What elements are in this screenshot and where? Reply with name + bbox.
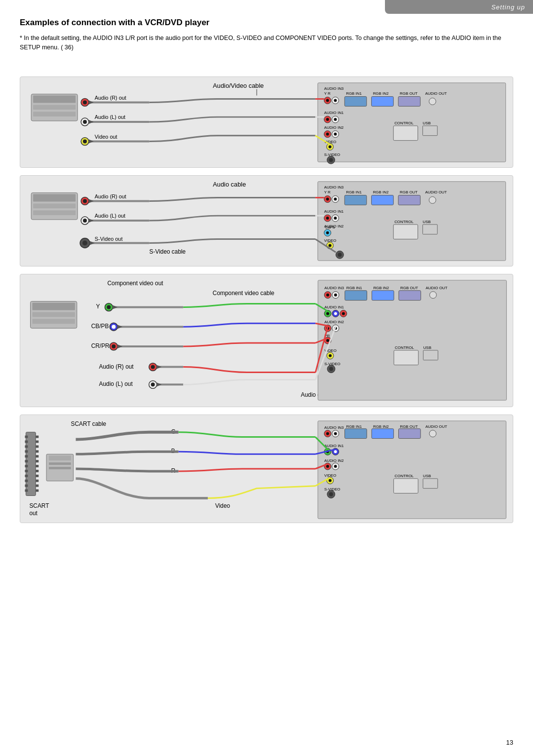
- header-bar: Setting up: [385, 0, 533, 14]
- svg-text:RGB IN1: RGB IN1: [346, 190, 362, 194]
- svg-rect-218: [36, 475, 38, 477]
- svg-point-99: [334, 217, 337, 220]
- svg-text:AUDIO IN1: AUDIO IN1: [324, 111, 344, 115]
- svg-point-182: [329, 367, 333, 371]
- svg-text:AUDIO IN2: AUDIO IN2: [324, 458, 344, 463]
- svg-text:RGB OUT: RGB OUT: [400, 424, 418, 429]
- svg-rect-236: [372, 429, 394, 439]
- diagram-3: Component video out Component video cabl…: [20, 274, 513, 407]
- svg-text:S-Video cable: S-Video cable: [150, 248, 186, 255]
- svg-rect-91: [398, 195, 420, 205]
- svg-text:AUDIO OUT: AUDIO OUT: [425, 91, 447, 96]
- page-number: 13: [506, 739, 513, 746]
- svg-text:RGB OUT: RGB OUT: [400, 91, 418, 96]
- svg-text:USB: USB: [423, 474, 431, 478]
- svg-rect-212: [36, 445, 38, 448]
- svg-text:Audio (L) out: Audio (L) out: [95, 213, 125, 219]
- svg-rect-54: [423, 126, 438, 136]
- svg-rect-219: [36, 480, 38, 482]
- svg-text:RGB OUT: RGB OUT: [400, 190, 418, 194]
- svg-point-166: [334, 312, 337, 315]
- svg-rect-32: [398, 97, 420, 107]
- svg-rect-4: [33, 105, 76, 110]
- svg-rect-52: [393, 126, 418, 141]
- svg-point-65: [83, 199, 87, 203]
- svg-text:AUDIO IN2: AUDIO IN2: [324, 224, 344, 228]
- svg-text:Y  R: Y R: [324, 91, 331, 96]
- svg-text:S-Video out: S-Video out: [95, 236, 123, 242]
- svg-rect-109: [423, 225, 438, 234]
- svg-rect-225: [49, 467, 71, 469]
- svg-text:Audio (L) out: Audio (L) out: [95, 114, 125, 120]
- svg-text:CONTROL: CONTROL: [394, 121, 414, 125]
- diagram-2: Audio cable Audio (R) out Audio (L) out …: [20, 175, 513, 266]
- svg-rect-199: [25, 441, 28, 443]
- svg-rect-210: [36, 436, 38, 438]
- svg-text:Audio cable: Audio cable: [213, 181, 246, 188]
- svg-text:AUDIO IN2: AUDIO IN2: [324, 320, 344, 324]
- svg-point-176: [326, 339, 329, 342]
- svg-point-129: [112, 325, 115, 329]
- svg-rect-208: [25, 485, 28, 487]
- svg-text:RGB IN2: RGB IN2: [373, 424, 389, 429]
- svg-text:USB: USB: [423, 220, 431, 224]
- svg-text:AUDIO IN1: AUDIO IN1: [324, 305, 344, 309]
- svg-text:CONTROL: CONTROL: [395, 345, 414, 350]
- svg-text:AUDIO IN3: AUDIO IN3: [324, 86, 344, 91]
- svg-point-134: [112, 344, 115, 348]
- svg-rect-107: [393, 225, 418, 239]
- svg-point-124: [107, 305, 111, 309]
- svg-text:Audio/Video cable: Audio/Video cable: [213, 82, 264, 89]
- svg-marker-131: [117, 325, 122, 329]
- svg-point-164: [326, 312, 329, 315]
- svg-rect-238: [399, 429, 421, 439]
- svg-point-51: [329, 158, 333, 162]
- svg-rect-5: [33, 112, 76, 116]
- svg-point-251: [334, 465, 337, 468]
- svg-rect-198: [25, 436, 28, 438]
- svg-text:AUDIO OUT: AUDIO OUT: [426, 286, 448, 290]
- svg-text:AUDIO IN3: AUDIO IN3: [324, 286, 344, 290]
- svg-point-102: [326, 231, 329, 234]
- svg-rect-213: [36, 450, 38, 453]
- svg-text:CR/PR: CR/PR: [91, 342, 110, 349]
- svg-point-249: [326, 465, 329, 468]
- svg-rect-185: [423, 350, 438, 360]
- svg-point-12: [83, 120, 87, 124]
- svg-point-254: [329, 479, 332, 482]
- svg-text:RGB IN2: RGB IN2: [373, 190, 389, 194]
- svg-text:RGB IN1: RGB IN1: [346, 424, 362, 429]
- svg-text:Component video out: Component video out: [107, 280, 163, 287]
- diagram-1: Audio/Video cable Audio (R) out Audio (L…: [20, 76, 513, 168]
- svg-point-84: [326, 198, 329, 201]
- page-title: Examples of connection with a VCR/DVD pl…: [20, 18, 209, 28]
- svg-rect-223: [49, 455, 71, 460]
- svg-text:Audio (R) out: Audio (R) out: [95, 95, 126, 101]
- svg-text:Component video cable: Component video cable: [213, 290, 274, 297]
- svg-text:Audio (R) out: Audio (R) out: [99, 363, 134, 370]
- svg-text:AUDIO IN3: AUDIO IN3: [324, 185, 344, 189]
- svg-text:AUDIO OUT: AUDIO OUT: [425, 424, 447, 429]
- svg-marker-146: [157, 382, 162, 386]
- svg-rect-63: [33, 210, 76, 215]
- svg-point-231: [326, 432, 329, 435]
- svg-text:USB: USB: [423, 345, 431, 350]
- svg-rect-217: [36, 470, 38, 472]
- svg-marker-14: [89, 120, 94, 124]
- svg-point-86: [334, 198, 337, 201]
- svg-text:SCART: SCART: [29, 502, 49, 509]
- svg-text:RGB IN2: RGB IN2: [373, 91, 389, 96]
- svg-text:RGB OUT: RGB OUT: [400, 286, 418, 290]
- svg-point-94: [429, 197, 436, 204]
- svg-rect-28: [344, 97, 367, 107]
- svg-rect-206: [25, 475, 28, 477]
- svg-point-233: [334, 432, 337, 435]
- svg-text:AUDIO OUT: AUDIO OUT: [425, 190, 447, 194]
- svg-point-112: [338, 253, 342, 257]
- svg-rect-200: [25, 445, 28, 448]
- svg-rect-234: [345, 429, 367, 439]
- svg-point-27: [334, 99, 337, 102]
- svg-rect-224: [49, 462, 71, 465]
- svg-point-161: [430, 292, 437, 299]
- svg-text:CB/PB: CB/PB: [91, 323, 109, 330]
